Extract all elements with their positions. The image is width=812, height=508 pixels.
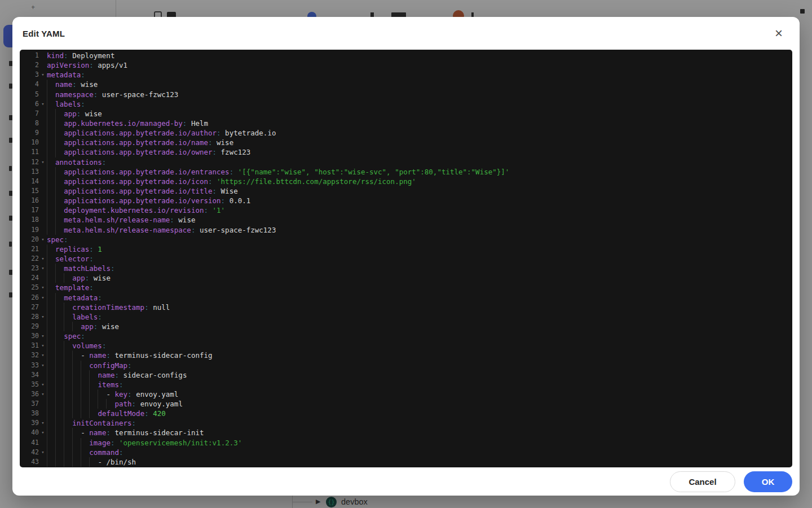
code-line: 25▾ template: [20, 283, 792, 292]
code-line: 34 name: sidecar-configs [20, 370, 792, 380]
line-number: 26 [20, 293, 39, 303]
fold-arrow-icon[interactable]: ▾ [39, 361, 47, 370]
code-line: 32▾ - name: terminus-sidecar-config [20, 351, 792, 360]
ok-button[interactable]: OK [744, 471, 792, 492]
fold-arrow-icon[interactable]: ▾ [39, 264, 47, 273]
code-line: 20▾spec: [20, 235, 792, 244]
code-line: 41 image: 'openservicemesh/init:v1.2.3' [20, 438, 792, 448]
code-line: 1kind: Deployment [20, 51, 792, 60]
fold-arrow-icon[interactable]: ▾ [39, 331, 47, 341]
code-line: 10 applications.app.bytetrade.io/name: w… [20, 138, 792, 147]
modal-header: Edit YAML × [12, 17, 800, 50]
fold-arrow-icon[interactable]: ▾ [39, 341, 47, 351]
code-line: 33▾ configMap: [20, 361, 792, 370]
code-line: 14 applications.app.bytetrade.io/icon: '… [20, 177, 792, 186]
fold-arrow-icon[interactable]: ▾ [39, 157, 47, 167]
line-number: 7 [20, 109, 39, 119]
modal-title: Edit YAML [23, 29, 65, 38]
line-number: 18 [20, 215, 39, 225]
line-number: 2 [20, 60, 39, 70]
code-line: 7 app: wise [20, 109, 792, 119]
line-number: 28 [20, 312, 39, 322]
code-line: 40▾ - name: terminus-sidecar-init [20, 428, 792, 437]
line-number: 11 [20, 147, 39, 157]
line-number: 38 [20, 409, 39, 418]
line-number: 36 [20, 389, 39, 399]
line-number: 33 [20, 361, 39, 370]
line-number: 32 [20, 351, 39, 360]
fold-arrow-icon[interactable]: ▾ [39, 389, 47, 399]
code-line: 31▾ volumes: [20, 341, 792, 351]
line-number: 4 [20, 80, 39, 89]
code-line: 19 meta.helm.sh/release-namespace: user-… [20, 225, 792, 235]
code-line: 39▾ initContainers: [20, 418, 792, 428]
code-line: 15 applications.app.bytetrade.io/title: … [20, 186, 792, 196]
line-number: 3 [20, 70, 39, 80]
fold-arrow-icon[interactable]: ▾ [39, 99, 47, 109]
line-number: 23 [20, 264, 39, 273]
code-line: 26▾ metadata: [20, 293, 792, 303]
fold-arrow-icon[interactable]: ▾ [39, 428, 47, 437]
line-number: 12 [20, 157, 39, 167]
code-line: 3▾metadata: [20, 70, 792, 80]
fold-arrow-icon[interactable]: ▾ [39, 254, 47, 264]
code-line: 8 app.kubernetes.io/managed-by: Helm [20, 119, 792, 128]
code-line: 24 app: wise [20, 273, 792, 283]
line-number: 21 [20, 244, 39, 254]
code-line: 23▾ matchLabels: [20, 264, 792, 273]
line-number: 16 [20, 196, 39, 205]
code-line: 21 replicas: 1 [20, 244, 792, 254]
code-line: 6▾ labels: [20, 99, 792, 109]
line-number: 43 [20, 457, 39, 467]
line-number: 19 [20, 225, 39, 235]
line-number: 34 [20, 370, 39, 380]
fold-arrow-icon[interactable]: ▾ [39, 351, 47, 360]
modal-footer: Cancel OK [12, 467, 800, 496]
line-number: 1 [20, 51, 39, 60]
fold-arrow-icon[interactable]: ▾ [39, 448, 47, 457]
cancel-button[interactable]: Cancel [670, 471, 735, 492]
line-number: 8 [20, 119, 39, 128]
line-number: 14 [20, 177, 39, 186]
line-number: 29 [20, 322, 39, 331]
code-line: 2apiVersion: apps/v1 [20, 60, 792, 70]
close-icon[interactable]: × [771, 26, 786, 41]
line-number: 15 [20, 186, 39, 196]
fold-arrow-icon[interactable]: ▾ [39, 283, 47, 292]
fold-arrow-icon[interactable]: ▾ [39, 418, 47, 428]
edit-yaml-modal: Edit YAML × 1kind: Deployment2apiVersion… [12, 17, 800, 496]
yaml-editor[interactable]: 1kind: Deployment2apiVersion: apps/v13▾m… [20, 50, 792, 467]
code-line: 22▾ selector: [20, 254, 792, 264]
code-line: 42▾ command: [20, 448, 792, 457]
line-number: 27 [20, 303, 39, 312]
fold-arrow-icon[interactable]: ▾ [39, 70, 47, 80]
code-line: 9 applications.app.bytetrade.io/author: … [20, 128, 792, 138]
fold-arrow-icon[interactable]: ▾ [39, 293, 47, 303]
code-line: 13 applications.app.bytetrade.io/entranc… [20, 167, 792, 177]
code-line: 27 creationTimestamp: null [20, 303, 792, 312]
fold-arrow-icon[interactable]: ▾ [39, 312, 47, 322]
line-number: 10 [20, 138, 39, 147]
code-line: 36▾ - key: envoy.yaml [20, 389, 792, 399]
code-line: 38 defaultMode: 420 [20, 409, 792, 418]
code-line: 37 path: envoy.yaml [20, 399, 792, 409]
line-number: 40 [20, 428, 39, 437]
line-number: 5 [20, 90, 39, 99]
line-number: 22 [20, 254, 39, 264]
code-line: 29 app: wise [20, 322, 792, 331]
code-line: 43 - /bin/sh [20, 457, 792, 467]
code-line: 12▾ annotations: [20, 157, 792, 167]
line-number: 24 [20, 273, 39, 283]
line-number: 42 [20, 448, 39, 457]
line-number: 17 [20, 205, 39, 215]
line-number: 6 [20, 99, 39, 109]
code-line: 18 meta.helm.sh/release-name: wise [20, 215, 792, 225]
line-number: 41 [20, 438, 39, 448]
fold-arrow-icon[interactable]: ▾ [39, 235, 47, 244]
line-number: 37 [20, 399, 39, 409]
fold-arrow-icon[interactable]: ▾ [39, 380, 47, 389]
line-number: 35 [20, 380, 39, 389]
code-line: 4 name: wise [20, 80, 792, 89]
line-number: 31 [20, 341, 39, 351]
line-number: 25 [20, 283, 39, 292]
